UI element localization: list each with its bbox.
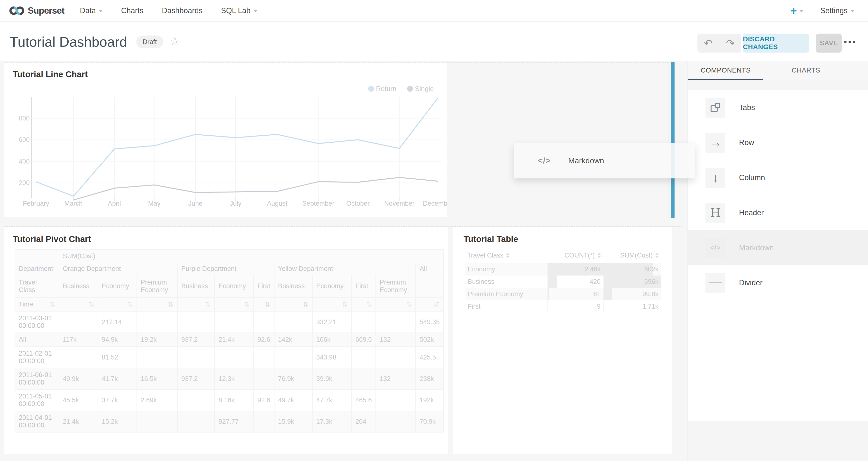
pivot-column-header: First [352, 275, 376, 298]
sort-desc-icon[interactable]: ⇵ [434, 300, 439, 308]
svg-text:800: 800 [19, 115, 30, 122]
brand-name[interactable]: Superset [28, 6, 64, 16]
pivot-time-header[interactable]: Time⇅ [15, 298, 59, 311]
pivot-sort-header[interactable]: ⇅ [137, 298, 177, 311]
sort-icon [506, 253, 510, 258]
sort-icon[interactable]: ⇅ [168, 300, 174, 308]
chevron-down-icon [850, 10, 855, 12]
legend-dot-icon [407, 86, 413, 92]
drag-ghost-markdown[interactable]: </> Markdown [514, 143, 695, 178]
pivot-column-header: Premium Economy [376, 275, 415, 298]
pivot-sort-header[interactable]: ⇅ [59, 298, 98, 311]
sort-icon[interactable]: ⇅ [406, 300, 412, 308]
sum-cell: 99.8k [603, 288, 661, 300]
pivot-sort-header[interactable]: ⇅ [312, 298, 352, 311]
pivot-row: 2011-02-01 00:00:0081.52343.98425.5 [15, 347, 444, 368]
legend-item-return[interactable]: Return [368, 85, 396, 93]
tab-charts[interactable]: CHARTS [763, 61, 848, 80]
sort-icon[interactable]: ⇅ [265, 300, 270, 308]
line-chart-card[interactable]: Tutorial Line Chart Return Single 200400… [4, 63, 447, 217]
pivot-cell [59, 311, 98, 333]
new-item-button[interactable]: + [790, 5, 803, 16]
sort-icon[interactable]: ⇅ [244, 300, 250, 308]
sort-icon[interactable]: ⇅ [205, 300, 211, 308]
pivot-cell [254, 311, 274, 333]
component-item-divider[interactable]: Divider [688, 265, 868, 300]
pivot-cell: 669.6 [352, 333, 376, 347]
pivot-cell: 76.9k [274, 368, 312, 390]
sort-icon[interactable]: ⇅ [366, 300, 372, 308]
component-label: Row [739, 138, 754, 147]
pivot-cell [177, 347, 215, 368]
pivot-column-header: Economy [98, 275, 137, 298]
column-header-count[interactable]: COUNT(*) [548, 248, 603, 263]
nav-item-label: Data [80, 6, 96, 15]
column-header-sum[interactable]: SUM(Cost) [603, 248, 661, 263]
undo-button[interactable]: ↶ [698, 34, 719, 53]
component-item-row[interactable]: →Row [688, 125, 868, 160]
pivot-sort-header[interactable]: ⇅ [254, 298, 274, 311]
pivot-column-header: Economy [215, 275, 254, 298]
tabs-icon [706, 98, 725, 118]
svg-text:November: November [384, 200, 415, 207]
sort-icon [597, 253, 601, 258]
pivot-table: SUM(Cost)DepartmentOrange DepartmentPurp… [14, 249, 444, 432]
pivot-cell: 37.7k [98, 390, 137, 411]
pivot-chart-card[interactable]: Tutorial Pivot Chart SUM(Cost)Department… [4, 227, 448, 454]
pivot-row-label: 2011-05-01 00:00:00 [15, 390, 59, 411]
pivot-cell [274, 311, 312, 333]
chevron-down-icon [254, 10, 257, 12]
data-table: Travel ClassCOUNT(*)SUM(Cost)Economy2.46… [465, 248, 661, 313]
save-button[interactable]: SAVE [816, 34, 842, 53]
legend-dot-icon [368, 86, 374, 92]
nav-item-data[interactable]: Data [80, 6, 102, 15]
nav-item-sql-lab[interactable]: SQL Lab [221, 6, 257, 15]
pivot-cell: 937.2 [177, 368, 215, 390]
sort-icon [655, 253, 659, 258]
pivot-sort-header[interactable]: ⇅ [274, 298, 312, 311]
sort-icon[interactable]: ⇅ [342, 300, 347, 308]
discard-changes-button[interactable]: DISCARD CHANGES [743, 34, 809, 53]
sort-icon[interactable]: ⇅ [127, 300, 133, 308]
pivot-column-header: Premium Economy [137, 275, 177, 298]
pivot-cell: 21.4k [215, 333, 254, 347]
pivot-cell [177, 311, 215, 333]
legend-item-single[interactable]: Single [407, 85, 434, 93]
svg-text:600: 600 [19, 136, 30, 143]
sort-icon[interactable]: ⇅ [303, 300, 308, 308]
pivot-cell: 17.3k [312, 411, 352, 432]
nav-item-label: Charts [121, 6, 143, 15]
travel-class-cell: Economy [465, 263, 548, 276]
pivot-sort-header[interactable]: ⇅ [98, 298, 137, 311]
favorite-star-icon[interactable]: ☆ [170, 34, 180, 48]
sort-icon[interactable]: ⇅ [88, 300, 94, 308]
pivot-cell: 425.5 [415, 347, 444, 368]
tab-components[interactable]: COMPONENTS [688, 61, 763, 80]
pivot-sort-header[interactable]: ⇅ [215, 298, 254, 311]
settings-menu[interactable]: Settings [820, 6, 855, 15]
chevron-down-icon [799, 10, 803, 12]
pivot-sort-header[interactable]: ⇅ [177, 298, 215, 311]
column-header-travel-class[interactable]: Travel Class [465, 248, 548, 263]
svg-text:April: April [108, 200, 121, 207]
sort-icon[interactable]: ⇅ [50, 300, 55, 308]
settings-label: Settings [820, 6, 847, 15]
component-item-tabs[interactable]: Tabs [688, 90, 868, 125]
data-table-card[interactable]: Tutorial Table Travel ClassCOUNT(*)SUM(C… [453, 227, 672, 454]
more-options-icon[interactable]: ••• [844, 37, 857, 47]
pivot-dimension-label: Department [15, 263, 59, 275]
component-item-header[interactable]: HHeader [688, 195, 868, 230]
nav-item-charts[interactable]: Charts [121, 6, 143, 15]
table-row: First91.71k [465, 300, 661, 313]
pivot-cell: 106k [312, 333, 352, 347]
count-cell: 420 [548, 276, 603, 288]
return-line-series [36, 98, 438, 196]
pivot-sort-header[interactable]: ⇅ [376, 298, 415, 311]
superset-logo-icon[interactable] [9, 5, 25, 16]
redo-button[interactable]: ↷ [719, 34, 741, 53]
component-item-column[interactable]: ↓Column [688, 160, 868, 195]
pivot-sort-header[interactable]: ⇵ [415, 298, 444, 311]
page-title[interactable]: Tutorial Dashboard [10, 34, 127, 50]
nav-item-dashboards[interactable]: Dashboards [162, 6, 203, 15]
pivot-sort-header[interactable]: ⇅ [352, 298, 376, 311]
